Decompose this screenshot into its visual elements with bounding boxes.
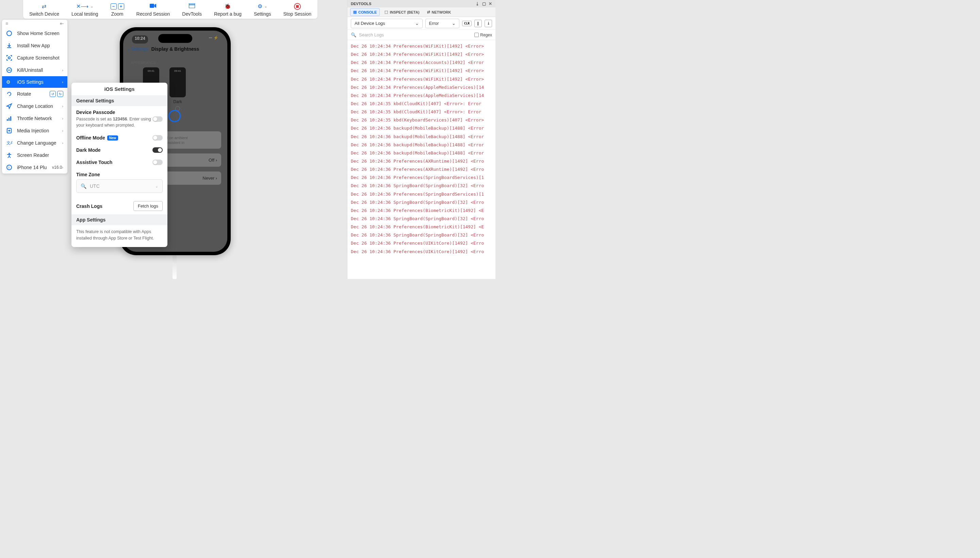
- switch-device-label: Switch Device: [29, 11, 59, 17]
- clear-button[interactable]: CLR: [462, 21, 472, 26]
- minus-circle-icon: [6, 67, 14, 73]
- log-line[interactable]: Dec 26 10:24:36 backupd(MobileBackup)[14…: [347, 141, 496, 149]
- capture-icon: [6, 55, 14, 61]
- sidebar-item-throttle[interactable]: Throttle Network ›: [2, 112, 67, 125]
- device-notch: [158, 34, 192, 43]
- log-level-select[interactable]: Error⌄: [425, 19, 460, 28]
- log-line[interactable]: Dec 26 10:24:35 kbd(KeyboardServices)[40…: [347, 116, 496, 124]
- svg-rect-0: [150, 4, 154, 8]
- crash-title: Crash Logs: [76, 204, 133, 209]
- sidebar-item-install[interactable]: Install New App: [2, 39, 67, 52]
- video-icon: [150, 3, 156, 10]
- svg-rect-8: [8, 118, 10, 121]
- rotate-left-button[interactable]: ↺: [50, 91, 56, 97]
- tab-network[interactable]: ⇄NETWORK: [424, 8, 454, 16]
- log-line[interactable]: Dec 26 10:24:36 SpringBoard(SpringBoard)…: [347, 215, 496, 223]
- chevron-right-icon: ›: [62, 141, 63, 145]
- sidebar-item-reader[interactable]: Screen Reader: [2, 149, 67, 161]
- offline-toggle[interactable]: [153, 135, 163, 141]
- search-placeholder: Search Logs: [359, 32, 472, 38]
- console-output[interactable]: Dec 26 10:24:34 Preferences(WiFiKit)[149…: [347, 40, 496, 279]
- sidebar-header: ≡ ⇤: [2, 20, 67, 27]
- log-line[interactable]: Dec 26 10:24:36 backupd(MobileBackup)[14…: [347, 149, 496, 157]
- log-line[interactable]: Dec 26 10:24:34 Preferences(WiFiKit)[149…: [347, 75, 496, 84]
- log-line[interactable]: Dec 26 10:24:36 SpringBoard(SpringBoard)…: [347, 199, 496, 207]
- devtools-button[interactable]: DevTools: [176, 0, 208, 19]
- download-icon[interactable]: ⭳: [475, 2, 479, 6]
- log-line[interactable]: Dec 26 10:24:34 Preferences(WiFiKit)[149…: [347, 50, 496, 59]
- scroll-bottom-button[interactable]: ⤓: [484, 20, 492, 27]
- sidebar-item-language[interactable]: 文A Change Language ›: [2, 137, 67, 149]
- timezone-select[interactable]: 🔍 UTC ⌄: [76, 179, 163, 193]
- new-badge: New: [107, 135, 118, 141]
- log-line[interactable]: Dec 26 10:24:34 Preferences(WiFiKit)[149…: [347, 42, 496, 50]
- regex-checkbox[interactable]: Regex: [474, 33, 492, 38]
- sidebar-item-kill[interactable]: Kill/Uninstall ›: [2, 64, 67, 76]
- assistive-touch-row: Assistive Touch: [71, 156, 167, 168]
- local-testing-button[interactable]: ✕⟶⌄ Local testing: [65, 0, 105, 19]
- tab-console[interactable]: ▤CONSOLE: [350, 8, 380, 16]
- log-line[interactable]: Dec 26 10:24:34 Preferences(WiFiKit)[149…: [347, 67, 496, 75]
- log-line[interactable]: Dec 26 10:24:36 Preferences(AXRuntime)[1…: [347, 165, 496, 174]
- hamburger-icon[interactable]: ≡: [5, 21, 8, 26]
- maximize-icon[interactable]: ▢: [482, 2, 486, 6]
- app-settings-note: This feature is not compatible with Apps…: [71, 225, 167, 247]
- log-line[interactable]: Dec 26 10:24:36 Preferences(AXRuntime)[1…: [347, 157, 496, 165]
- log-line[interactable]: Dec 26 10:24:36 SpringBoard(SpringBoard)…: [347, 182, 496, 190]
- sidebar-label: Capture Screenshot: [17, 55, 63, 61]
- log-line[interactable]: Dec 26 10:24:34 Preferences(AppleMediaSe…: [347, 92, 496, 100]
- zoom-button[interactable]: − + Zoom: [105, 0, 130, 19]
- download-icon: [6, 43, 14, 49]
- stop-session-button[interactable]: Stop Session: [277, 0, 318, 19]
- log-line[interactable]: Dec 26 10:24:34 Preferences(AppleMediaSe…: [347, 84, 496, 92]
- log-line[interactable]: Dec 26 10:24:36 Preferences(UIKitCore)[1…: [347, 239, 496, 247]
- log-line[interactable]: Dec 26 10:24:35 kbd(CloudKit)[407] <Erro…: [347, 108, 496, 116]
- settings-button[interactable]: ⚙⌄ Settings: [248, 0, 277, 19]
- log-source-select[interactable]: All Device Logs⌄: [351, 19, 423, 28]
- sidebar-item-device-info[interactable]: i iPhone 14 Plu v16.0 ›: [2, 161, 67, 174]
- shuffle-icon: ✕⟶: [76, 3, 89, 10]
- tab-inspect[interactable]: ⬚INSPECT (BETA): [382, 8, 422, 16]
- pause-button[interactable]: ‖: [474, 20, 482, 27]
- bug-label: Report a bug: [214, 11, 241, 17]
- sidebar-item-ios-settings[interactable]: ⚙ iOS Settings ›: [2, 76, 67, 88]
- chevron-right-icon: ›: [62, 129, 63, 133]
- log-line[interactable]: Dec 26 10:24:36 Preferences(BiometricKit…: [347, 207, 496, 215]
- bug-icon: 🐞: [224, 3, 231, 10]
- log-line[interactable]: Dec 26 10:24:36 SpringBoard(SpringBoard)…: [347, 231, 496, 239]
- report-bug-button[interactable]: 🐞 Report a bug: [208, 0, 248, 19]
- log-line[interactable]: Dec 26 10:24:36 Preferences(UIKitCore)[1…: [347, 248, 496, 256]
- log-search[interactable]: 🔍 Search Logs Regex: [347, 30, 496, 40]
- switch-device-button[interactable]: ⇄ Switch Device: [23, 0, 65, 19]
- log-line[interactable]: Dec 26 10:24:35 kbd(CloudKit)[407] <Erro…: [347, 100, 496, 108]
- record-session-button[interactable]: Record Session: [130, 0, 176, 19]
- passcode-toggle[interactable]: [153, 117, 163, 122]
- dark-mode-toggle[interactable]: [153, 147, 163, 153]
- log-line[interactable]: Dec 26 10:24:36 Preferences(SpringBoardS…: [347, 190, 496, 199]
- sidebar-item-rotate[interactable]: Rotate ↺ ↻: [2, 88, 67, 100]
- zoom-out-icon[interactable]: −: [111, 3, 117, 10]
- app-settings-header: App Settings: [71, 214, 167, 225]
- log-line[interactable]: Dec 26 10:24:36 Preferences(BiometricKit…: [347, 223, 496, 231]
- log-line[interactable]: Dec 26 10:24:36 Preferences(SpringBoardS…: [347, 174, 496, 182]
- log-line[interactable]: Dec 26 10:24:36 backupd(MobileBackup)[14…: [347, 133, 496, 141]
- log-line[interactable]: Dec 26 10:24:36 backupd(MobileBackup)[14…: [347, 124, 496, 132]
- log-line[interactable]: Dec 26 10:24:34 Preferences(Accounts)[14…: [347, 59, 496, 67]
- collapse-icon[interactable]: ⇤: [60, 21, 64, 26]
- translate-icon: 文A: [6, 140, 14, 146]
- close-icon[interactable]: ✕: [489, 2, 492, 6]
- fetch-logs-button[interactable]: Fetch logs: [133, 201, 163, 211]
- sidebar-item-location[interactable]: Change Location ›: [2, 100, 67, 112]
- assistive-toggle[interactable]: [153, 159, 163, 165]
- zoom-in-icon[interactable]: +: [118, 3, 124, 10]
- sidebar-item-screenshot[interactable]: Capture Screenshot: [2, 52, 67, 64]
- devtools-header: DEVTOOLS ⭳ ▢ ✕: [347, 0, 496, 8]
- sidebar-item-media[interactable]: Media Injection ›: [2, 125, 67, 137]
- rotate-right-button[interactable]: ↻: [57, 91, 63, 97]
- svg-point-3: [7, 31, 11, 36]
- assistive-title: Assistive Touch: [76, 159, 153, 165]
- svg-text:i: i: [8, 165, 9, 169]
- sidebar-item-home[interactable]: Show Home Screen: [2, 27, 67, 39]
- stop-icon: [294, 3, 301, 10]
- signal-icon: [6, 115, 14, 121]
